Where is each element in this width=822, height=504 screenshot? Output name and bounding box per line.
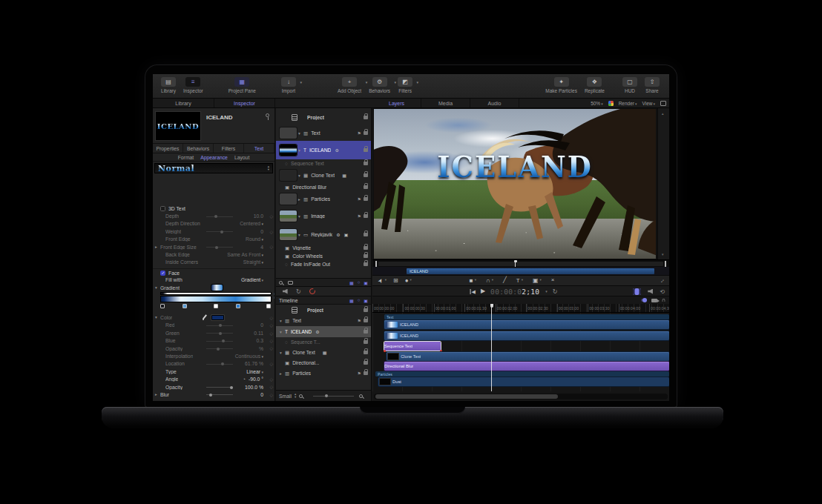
replicate-button[interactable]: ❖ Replicate: [581, 74, 608, 98]
layer-name[interactable]: Sequence Text: [291, 161, 324, 166]
lock-icon[interactable]: [364, 330, 368, 334]
inspector-row[interactable]: Back Edge ◔ Same As Front ◇: [153, 251, 274, 258]
flag-icon[interactable]: ⚑: [358, 318, 361, 323]
slider[interactable]: [206, 387, 233, 388]
layer-row[interactable]: ▾ ▦ Clone Text ▦: [276, 168, 371, 183]
disclosure-icon[interactable]: ▾: [298, 148, 303, 153]
layer-name[interactable]: ICELAND: [309, 147, 331, 153]
timeline-clip-bar[interactable]: Clone Text: [387, 352, 669, 361]
hud-button[interactable]: ▢ HUD: [619, 74, 641, 98]
disclosure-icon[interactable]: ▾: [298, 214, 303, 219]
keyframe-icon[interactable]: ◇: [269, 345, 273, 351]
search-icon[interactable]: [279, 281, 283, 285]
layer-name[interactable]: Particles: [292, 371, 311, 376]
parameter-value[interactable]: 10.0: [254, 213, 263, 219]
lock-icon[interactable]: [364, 131, 368, 135]
layer-name[interactable]: Vignette: [292, 245, 311, 251]
disclosure-icon[interactable]: ▾: [298, 131, 303, 136]
filter-list-icon[interactable]: [288, 281, 293, 285]
parameter-value[interactable]: Same As Front: [227, 252, 263, 257]
timeline-ruler[interactable]: 00:00:00:00 00:00:00;30 00:00:01;00 00:0…: [372, 304, 669, 313]
track-size-select[interactable]: Small: [279, 394, 292, 399]
timeline-layer-row[interactable]: ▸ ▥ Particles ⚑: [276, 368, 371, 379]
checkbox[interactable]: [160, 271, 165, 276]
canvas[interactable]: ICELAND: [372, 108, 657, 259]
tab-inspector[interactable]: Inspector: [214, 99, 275, 107]
keyframe-icon[interactable]: ◇: [269, 315, 273, 320]
select-tool[interactable]: ➤: [378, 276, 387, 285]
snap-magnet-icon[interactable]: ∪: [662, 299, 665, 302]
inspector-row[interactable]: Weight ◔ 0 ◇: [153, 228, 274, 235]
keyframe-icon[interactable]: ◇: [269, 244, 273, 249]
scroll-down-icon[interactable]: ▾: [662, 252, 664, 256]
slider[interactable]: [206, 325, 233, 326]
layer-name[interactable]: Sequence T...: [291, 339, 320, 345]
parameter-value[interactable]: 0: [260, 322, 263, 328]
behaviors-button[interactable]: ⚙ Behaviors: [365, 74, 394, 98]
stepper-icon[interactable]: ▴▾: [268, 165, 269, 171]
parameter-value[interactable]: 0.11: [254, 331, 263, 336]
range-start-marker[interactable]: [375, 261, 377, 267]
layer-row[interactable]: ▾ ▥ Text ⚑: [276, 125, 371, 141]
layer-name[interactable]: Image: [311, 213, 325, 219]
lock-icon[interactable]: [364, 371, 368, 375]
layer-row[interactable]: ▸ ▥ Particles ⚑: [276, 191, 371, 207]
gradient-stop[interactable]: [266, 304, 271, 308]
timeline-scrollbar[interactable]: [374, 394, 668, 399]
disclosure-icon[interactable]: ▾: [298, 233, 303, 237]
layer-name[interactable]: Particles: [311, 196, 330, 202]
gradient-side-controls[interactable]: ≋≋: [274, 292, 274, 299]
range-end-marker[interactable]: [665, 261, 666, 267]
gradient-opacity-bar[interactable]: [160, 292, 272, 295]
layer-name[interactable]: Clone Text: [311, 173, 335, 178]
parameter-value[interactable]: 100.0 %: [245, 385, 263, 390]
slider[interactable]: [206, 247, 233, 248]
lock-icon[interactable]: [364, 319, 368, 322]
inspector-row[interactable]: Depth ◔ 10.0 ◇: [153, 212, 274, 219]
channels-icon[interactable]: [608, 101, 614, 106]
parameter-value[interactable]: Linear: [246, 369, 263, 374]
inspector-row[interactable]: Face ◔ ◇: [153, 268, 274, 276]
timecode-display[interactable]: 00:00:02;10: [490, 288, 539, 296]
gradient-stop[interactable]: [160, 304, 165, 308]
layer-name[interactable]: Directional Blur: [292, 185, 326, 190]
library-button[interactable]: ▤ Library: [157, 74, 180, 98]
disclosure-icon[interactable]: ▾: [280, 351, 285, 355]
timeline-track-area[interactable]: ∪ 00:00:00:00 00:00:00;30 00:00:01;00 00…: [372, 296, 669, 401]
make-particles-button[interactable]: ✦ Make Particles: [542, 74, 581, 98]
flag-icon[interactable]: ⚑: [358, 196, 361, 202]
slider[interactable]: [206, 341, 233, 342]
loop-playback-icon[interactable]: ↻: [553, 289, 558, 294]
fullscreen-icon[interactable]: ↔: [657, 276, 666, 285]
flag-icon[interactable]: ⚑: [358, 371, 361, 376]
inspector-row[interactable]: Interpolation ◔ Continuous ◇: [153, 352, 274, 359]
inspector-row[interactable]: Opacity ◔ 100.0 % ◇: [153, 383, 274, 391]
keyframe-icon[interactable]: ◇: [269, 392, 273, 397]
lock-icon[interactable]: [364, 116, 368, 119]
keyframe-icon[interactable]: ◇: [269, 384, 273, 389]
slider[interactable]: [206, 348, 233, 349]
parameter-value[interactable]: Gradient: [241, 277, 263, 282]
layer-row[interactable]: ▾ ▥ Image ⚑: [276, 207, 371, 225]
gradient-stop[interactable]: [214, 304, 218, 308]
disclosure-icon[interactable]: ▾: [280, 330, 285, 334]
share-button[interactable]: ⇧ Share: [641, 74, 663, 98]
inspector-row[interactable]: Depth Direction ◔ Centered ◇: [153, 220, 274, 228]
gradient-preset-icon[interactable]: [211, 285, 223, 291]
pan-tool[interactable]: ●: [405, 276, 412, 285]
keyframe-icon[interactable]: ◇: [269, 377, 273, 382]
disclosure-icon[interactable]: ▾: [298, 173, 303, 178]
opacity-toggle-icon[interactable]: ○: [358, 280, 361, 285]
view-menu[interactable]: View▾: [642, 101, 656, 106]
keyframe-icon[interactable]: ◇: [269, 331, 273, 336]
layer-name[interactable]: ICELAND: [291, 329, 312, 334]
slider[interactable]: [206, 216, 233, 217]
disclosure-icon[interactable]: ▸: [155, 392, 160, 397]
zoom-out-icon[interactable]: [299, 394, 303, 398]
inspector-subtab[interactable]: Layout: [234, 155, 249, 160]
gradient-stop[interactable]: [236, 304, 240, 308]
lock-icon[interactable]: [364, 185, 368, 189]
layer-row[interactable]: ▾ ▭ Reykjavik ⚙ ▣: [276, 225, 371, 244]
layer-row[interactable]: ▣ Color Wheels: [276, 252, 371, 260]
parameter-value[interactable]: %: [259, 346, 263, 351]
